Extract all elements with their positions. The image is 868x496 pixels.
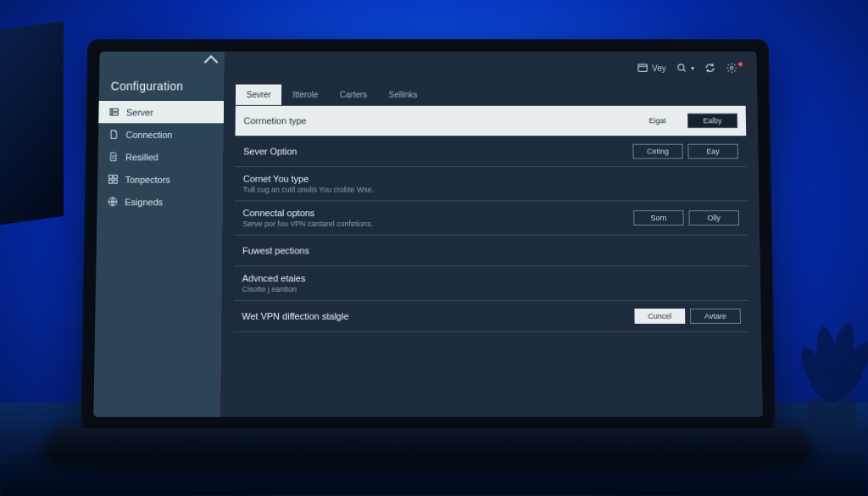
grid-icon xyxy=(108,174,119,185)
tab-label: Sellinks xyxy=(389,90,418,99)
sidebar-collapse[interactable] xyxy=(99,52,225,73)
globe-icon xyxy=(107,196,118,207)
button-ealby[interactable]: Ealby xyxy=(687,114,737,129)
sidebar-item-server[interactable]: Server xyxy=(98,101,224,123)
svg-rect-9 xyxy=(638,64,647,71)
sidebar-item-label: Tonpectors xyxy=(125,174,170,184)
chevron-up-icon xyxy=(204,55,219,69)
button-eay[interactable]: Eay xyxy=(687,144,737,159)
sidebar-item-label: Connection xyxy=(125,130,172,140)
svg-point-11 xyxy=(730,66,732,69)
search-button[interactable]: ▾ xyxy=(676,62,694,74)
svg-rect-7 xyxy=(114,180,117,183)
tab-label: Sevrer xyxy=(247,90,271,99)
row-advanced-etaies[interactable]: Advnced etaies Cisotte j eantton xyxy=(234,266,749,301)
row-connection-type[interactable]: Corrnetion type Eigat Ealby xyxy=(235,106,746,137)
dropdown-caret: ▾ xyxy=(691,64,694,72)
sidebar-item-label: Esigneds xyxy=(125,197,163,207)
row-title: Sever Option xyxy=(243,147,297,157)
screen-bezel: Configuration Server Connection xyxy=(81,39,776,432)
row-server-option[interactable]: Sever Option Ceting Eay xyxy=(235,137,747,167)
sidebar-item-esigneds[interactable]: Esigneds xyxy=(97,191,223,214)
sidebar-item-resilled[interactable]: Resilled xyxy=(97,146,223,168)
settings-button[interactable] xyxy=(726,62,745,74)
row-title: Fuwest pections xyxy=(242,246,309,256)
decor-box xyxy=(0,21,64,226)
avtare-button[interactable]: Avtare xyxy=(690,309,741,324)
sidebar-title: Configuration xyxy=(99,73,225,101)
row-subtitle: Tull cug an cutil onulis You crobte Wse. xyxy=(243,186,374,194)
window-icon xyxy=(637,62,649,74)
sidebar: Configuration Server Connection xyxy=(93,52,224,417)
svg-point-2 xyxy=(112,109,113,110)
row-fuwest-pections[interactable]: Fuwest pections xyxy=(234,236,748,267)
search-icon xyxy=(676,62,687,74)
button-eigat[interactable]: Eigat xyxy=(632,114,682,129)
tab-carters[interactable]: Carters xyxy=(329,85,378,105)
sidebar-item-label: Server xyxy=(126,107,153,117)
row-title: Corrnetion type xyxy=(243,116,306,126)
doc-icon xyxy=(108,152,119,163)
app-window: Configuration Server Connection xyxy=(93,52,762,417)
row-title: Advnced etaies xyxy=(242,273,306,283)
server-icon xyxy=(108,107,120,118)
settings-list: Corrnetion type Eigat Ealby Sever Option… xyxy=(233,105,749,332)
sidebar-item-tonpectors[interactable]: Tonpectors xyxy=(97,168,223,190)
gear-icon xyxy=(726,62,737,74)
row-subtitle: Cisotte j eantton xyxy=(242,285,306,293)
laptop: Configuration Server Connection xyxy=(81,34,776,466)
tab-label: Itterole xyxy=(292,90,318,99)
sidebar-item-connection[interactable]: Connection xyxy=(98,123,224,145)
button-olly[interactable]: Olly xyxy=(688,210,739,226)
tab-server[interactable]: Sevrer xyxy=(236,85,282,105)
button-ceting[interactable]: Ceting xyxy=(632,144,682,159)
view-label: Vey xyxy=(652,64,666,73)
toolbar: Vey ▾ xyxy=(224,52,757,85)
tab-sellinks[interactable]: Sellinks xyxy=(378,85,428,105)
row-connectal-options[interactable]: Connectal optons Serve por fou VPN canta… xyxy=(234,201,748,235)
svg-rect-6 xyxy=(108,180,112,183)
button-sorn[interactable]: Sorn xyxy=(633,210,684,226)
row-title: Connectal optons xyxy=(242,208,373,218)
tab-itterole[interactable]: Itterole xyxy=(281,85,329,105)
svg-rect-5 xyxy=(114,176,117,179)
row-cornet-you-type[interactable]: Cornet You type Tull cug an cutil onulis… xyxy=(235,167,748,201)
tab-label: Carters xyxy=(340,90,367,99)
svg-point-3 xyxy=(112,114,113,114)
decor-plant xyxy=(783,259,868,437)
row-title: Cornet You type xyxy=(243,174,374,184)
tab-bar: Sevrer Itterole Carters Sellinks xyxy=(224,85,757,105)
row-title: Wet VPN diffection stalgle xyxy=(242,311,348,321)
refresh-button[interactable] xyxy=(704,62,716,74)
svg-rect-4 xyxy=(109,176,113,179)
refresh-icon xyxy=(704,62,716,74)
laptop-keyboard xyxy=(44,428,811,461)
cancel-button[interactable]: Cuncel xyxy=(634,309,685,324)
main-panel: Vey ▾ xyxy=(220,52,762,417)
svg-point-10 xyxy=(678,64,684,70)
doc-icon xyxy=(108,129,120,140)
notification-badge xyxy=(738,62,743,66)
row-vpn-diffection[interactable]: Wet VPN diffection stalgle Cuncel Avtare xyxy=(233,301,749,332)
view-toggle[interactable]: Vey xyxy=(637,62,666,74)
row-subtitle: Serve por fou VPN cantarel confetions. xyxy=(242,220,373,228)
sidebar-item-label: Resilled xyxy=(125,152,159,162)
